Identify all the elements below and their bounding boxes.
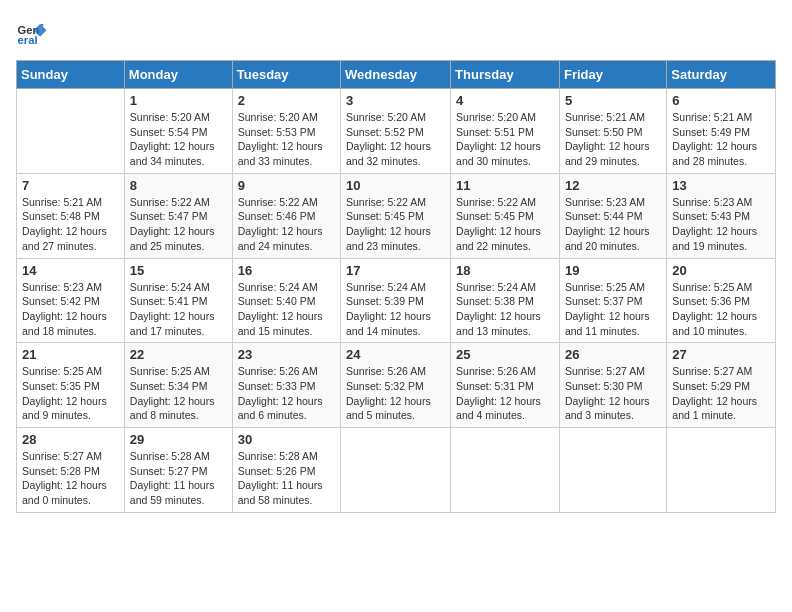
day-number: 30 (238, 432, 335, 447)
calendar-cell: 9Sunrise: 5:22 AM Sunset: 5:46 PM Daylig… (232, 173, 340, 258)
calendar-cell: 12Sunrise: 5:23 AM Sunset: 5:44 PM Dayli… (559, 173, 666, 258)
calendar-cell: 10Sunrise: 5:22 AM Sunset: 5:45 PM Dayli… (341, 173, 451, 258)
day-number: 6 (672, 93, 770, 108)
calendar-cell: 16Sunrise: 5:24 AM Sunset: 5:40 PM Dayli… (232, 258, 340, 343)
day-info: Sunrise: 5:20 AM Sunset: 5:51 PM Dayligh… (456, 110, 554, 169)
day-number: 29 (130, 432, 227, 447)
day-info: Sunrise: 5:28 AM Sunset: 5:26 PM Dayligh… (238, 449, 335, 508)
calendar-cell: 6Sunrise: 5:21 AM Sunset: 5:49 PM Daylig… (667, 89, 776, 174)
calendar-cell: 26Sunrise: 5:27 AM Sunset: 5:30 PM Dayli… (559, 343, 666, 428)
day-info: Sunrise: 5:24 AM Sunset: 5:39 PM Dayligh… (346, 280, 445, 339)
calendar-cell: 30Sunrise: 5:28 AM Sunset: 5:26 PM Dayli… (232, 428, 340, 513)
day-number: 13 (672, 178, 770, 193)
col-header-tuesday: Tuesday (232, 61, 340, 89)
calendar-cell: 2Sunrise: 5:20 AM Sunset: 5:53 PM Daylig… (232, 89, 340, 174)
calendar-cell: 1Sunrise: 5:20 AM Sunset: 5:54 PM Daylig… (124, 89, 232, 174)
col-header-friday: Friday (559, 61, 666, 89)
day-info: Sunrise: 5:22 AM Sunset: 5:46 PM Dayligh… (238, 195, 335, 254)
day-info: Sunrise: 5:24 AM Sunset: 5:41 PM Dayligh… (130, 280, 227, 339)
calendar-cell: 15Sunrise: 5:24 AM Sunset: 5:41 PM Dayli… (124, 258, 232, 343)
calendar-cell (559, 428, 666, 513)
calendar-cell: 8Sunrise: 5:22 AM Sunset: 5:47 PM Daylig… (124, 173, 232, 258)
day-number: 26 (565, 347, 661, 362)
day-info: Sunrise: 5:21 AM Sunset: 5:50 PM Dayligh… (565, 110, 661, 169)
calendar-cell: 21Sunrise: 5:25 AM Sunset: 5:35 PM Dayli… (17, 343, 125, 428)
calendar-cell (667, 428, 776, 513)
day-number: 15 (130, 263, 227, 278)
calendar-cell: 17Sunrise: 5:24 AM Sunset: 5:39 PM Dayli… (341, 258, 451, 343)
week-row-3: 14Sunrise: 5:23 AM Sunset: 5:42 PM Dayli… (17, 258, 776, 343)
calendar-table: SundayMondayTuesdayWednesdayThursdayFrid… (16, 60, 776, 513)
calendar-cell: 28Sunrise: 5:27 AM Sunset: 5:28 PM Dayli… (17, 428, 125, 513)
week-row-4: 21Sunrise: 5:25 AM Sunset: 5:35 PM Dayli… (17, 343, 776, 428)
col-header-sunday: Sunday (17, 61, 125, 89)
calendar-cell: 19Sunrise: 5:25 AM Sunset: 5:37 PM Dayli… (559, 258, 666, 343)
week-row-2: 7Sunrise: 5:21 AM Sunset: 5:48 PM Daylig… (17, 173, 776, 258)
day-number: 4 (456, 93, 554, 108)
calendar-cell (17, 89, 125, 174)
logo: Gen eral (16, 16, 52, 48)
day-info: Sunrise: 5:23 AM Sunset: 5:43 PM Dayligh… (672, 195, 770, 254)
day-number: 11 (456, 178, 554, 193)
calendar-cell: 27Sunrise: 5:27 AM Sunset: 5:29 PM Dayli… (667, 343, 776, 428)
calendar-cell: 18Sunrise: 5:24 AM Sunset: 5:38 PM Dayli… (451, 258, 560, 343)
day-number: 14 (22, 263, 119, 278)
page-header: Gen eral (16, 16, 776, 48)
day-info: Sunrise: 5:20 AM Sunset: 5:54 PM Dayligh… (130, 110, 227, 169)
day-number: 10 (346, 178, 445, 193)
day-number: 7 (22, 178, 119, 193)
day-info: Sunrise: 5:22 AM Sunset: 5:45 PM Dayligh… (456, 195, 554, 254)
day-number: 18 (456, 263, 554, 278)
day-info: Sunrise: 5:21 AM Sunset: 5:48 PM Dayligh… (22, 195, 119, 254)
day-info: Sunrise: 5:25 AM Sunset: 5:34 PM Dayligh… (130, 364, 227, 423)
day-number: 23 (238, 347, 335, 362)
col-header-monday: Monday (124, 61, 232, 89)
day-info: Sunrise: 5:25 AM Sunset: 5:35 PM Dayligh… (22, 364, 119, 423)
calendar-cell: 7Sunrise: 5:21 AM Sunset: 5:48 PM Daylig… (17, 173, 125, 258)
calendar-cell: 14Sunrise: 5:23 AM Sunset: 5:42 PM Dayli… (17, 258, 125, 343)
calendar-cell: 13Sunrise: 5:23 AM Sunset: 5:43 PM Dayli… (667, 173, 776, 258)
day-number: 28 (22, 432, 119, 447)
header-row: SundayMondayTuesdayWednesdayThursdayFrid… (17, 61, 776, 89)
calendar-cell: 5Sunrise: 5:21 AM Sunset: 5:50 PM Daylig… (559, 89, 666, 174)
calendar-cell: 23Sunrise: 5:26 AM Sunset: 5:33 PM Dayli… (232, 343, 340, 428)
day-info: Sunrise: 5:22 AM Sunset: 5:47 PM Dayligh… (130, 195, 227, 254)
day-info: Sunrise: 5:26 AM Sunset: 5:33 PM Dayligh… (238, 364, 335, 423)
day-number: 3 (346, 93, 445, 108)
day-info: Sunrise: 5:27 AM Sunset: 5:28 PM Dayligh… (22, 449, 119, 508)
day-info: Sunrise: 5:26 AM Sunset: 5:31 PM Dayligh… (456, 364, 554, 423)
calendar-cell: 20Sunrise: 5:25 AM Sunset: 5:36 PM Dayli… (667, 258, 776, 343)
day-number: 16 (238, 263, 335, 278)
day-info: Sunrise: 5:28 AM Sunset: 5:27 PM Dayligh… (130, 449, 227, 508)
day-number: 27 (672, 347, 770, 362)
day-info: Sunrise: 5:22 AM Sunset: 5:45 PM Dayligh… (346, 195, 445, 254)
col-header-wednesday: Wednesday (341, 61, 451, 89)
day-info: Sunrise: 5:24 AM Sunset: 5:40 PM Dayligh… (238, 280, 335, 339)
calendar-cell (341, 428, 451, 513)
calendar-cell: 25Sunrise: 5:26 AM Sunset: 5:31 PM Dayli… (451, 343, 560, 428)
day-info: Sunrise: 5:25 AM Sunset: 5:36 PM Dayligh… (672, 280, 770, 339)
calendar-cell: 24Sunrise: 5:26 AM Sunset: 5:32 PM Dayli… (341, 343, 451, 428)
day-number: 1 (130, 93, 227, 108)
day-number: 8 (130, 178, 227, 193)
day-number: 22 (130, 347, 227, 362)
day-number: 19 (565, 263, 661, 278)
day-info: Sunrise: 5:23 AM Sunset: 5:42 PM Dayligh… (22, 280, 119, 339)
day-number: 2 (238, 93, 335, 108)
logo-icon: Gen eral (16, 16, 48, 48)
calendar-cell: 29Sunrise: 5:28 AM Sunset: 5:27 PM Dayli… (124, 428, 232, 513)
day-info: Sunrise: 5:27 AM Sunset: 5:29 PM Dayligh… (672, 364, 770, 423)
col-header-thursday: Thursday (451, 61, 560, 89)
week-row-5: 28Sunrise: 5:27 AM Sunset: 5:28 PM Dayli… (17, 428, 776, 513)
day-info: Sunrise: 5:27 AM Sunset: 5:30 PM Dayligh… (565, 364, 661, 423)
day-number: 12 (565, 178, 661, 193)
svg-text:eral: eral (18, 34, 38, 46)
day-info: Sunrise: 5:20 AM Sunset: 5:52 PM Dayligh… (346, 110, 445, 169)
day-info: Sunrise: 5:24 AM Sunset: 5:38 PM Dayligh… (456, 280, 554, 339)
day-number: 20 (672, 263, 770, 278)
calendar-cell: 3Sunrise: 5:20 AM Sunset: 5:52 PM Daylig… (341, 89, 451, 174)
calendar-cell: 11Sunrise: 5:22 AM Sunset: 5:45 PM Dayli… (451, 173, 560, 258)
day-number: 24 (346, 347, 445, 362)
day-number: 21 (22, 347, 119, 362)
col-header-saturday: Saturday (667, 61, 776, 89)
